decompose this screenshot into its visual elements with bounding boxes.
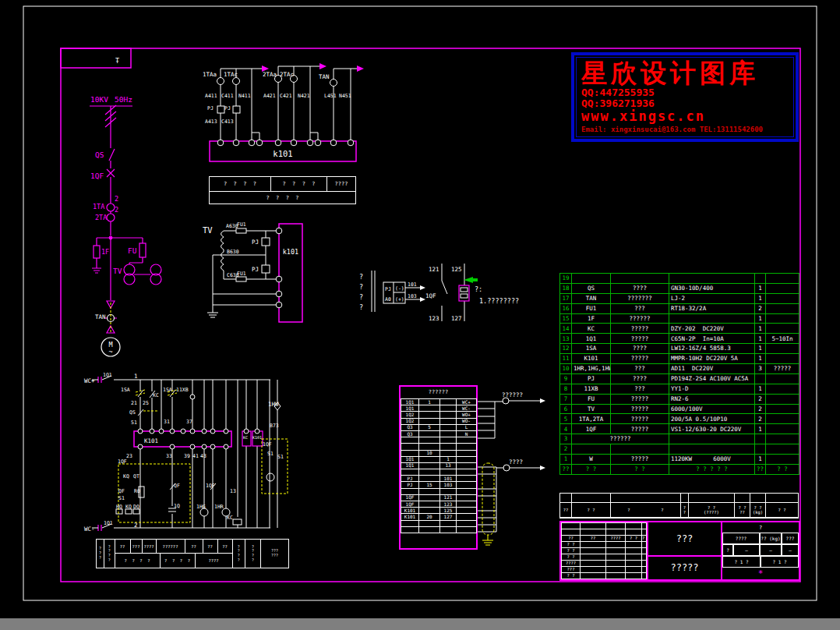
terminal-strip-grid: 1Q11WC+1Q1WC-1Q2WO+1Q2WO-Q35LQ3N101Q111Q… [401, 398, 477, 533]
tb-cell: ? [722, 544, 733, 556]
tb-left-cell [581, 529, 606, 536]
terminal-cell: WC- [457, 405, 477, 412]
tb-left-cell: ? ? [642, 536, 647, 542]
bom-cell [766, 414, 799, 424]
bom-cell [766, 354, 799, 364]
bom-row: 101HR,1HG,1HW???AD11 DC220V3????? [560, 364, 799, 374]
terminal-cell [457, 508, 477, 514]
terminal-row [401, 437, 477, 444]
tb-left-cell: ??? [562, 567, 581, 573]
bom-cell [766, 344, 799, 354]
terminal-cell [419, 405, 440, 412]
bl-cell: ??? ??? [261, 540, 288, 568]
terminal-cell [457, 469, 477, 476]
k101-label: k101 [273, 149, 292, 158]
bl-cell: ???? [143, 540, 157, 554]
terminal-cell [419, 418, 440, 424]
bom-cell: 15 [560, 313, 572, 324]
bom-cell: 6 [560, 404, 572, 414]
wc-plus: WC+ [84, 377, 95, 384]
qt-label: QT [133, 473, 139, 480]
tb-left-cell: ???? [606, 536, 626, 542]
bl-cell: ??? [131, 540, 143, 554]
watermark-title: 星欣设计图库 [581, 59, 789, 87]
pj2-label: PJ [224, 105, 231, 111]
tb-cell: ? 1 ? [722, 556, 761, 568]
bl-cell: ? ? ? ? [104, 540, 115, 568]
bom-cell [766, 283, 799, 293]
title-block: ????????? ?? ?? ?? ?? ????????? ? ??? ??… [559, 521, 800, 581]
bom-cell [755, 444, 766, 455]
bom-cell: C65N-2P In=10A [669, 334, 755, 344]
tb-left-cell [642, 561, 647, 567]
f1-label: 1F [101, 248, 109, 256]
bom-cell: 1HR,1HG,1HW [572, 364, 611, 374]
bom-cell: GN30-10D/400 [669, 283, 755, 293]
bom-cell: TV [572, 404, 611, 414]
terminal-cell [457, 488, 477, 494]
voltage-label: 10KV [90, 95, 108, 104]
bom-cell [766, 434, 799, 444]
terminal-cell: 15 [419, 482, 440, 488]
terminal-cell [440, 488, 457, 494]
bom-cell: 5~10In [766, 334, 799, 344]
bom-header-cell: ? ? ? ? ? [669, 464, 755, 474]
bom-cell: RN2-6 [669, 394, 755, 404]
tb-left-cell [606, 548, 626, 554]
freq-label: 50Hz [115, 95, 132, 104]
term-37: 37 [186, 419, 192, 425]
bom-cell: PJ [572, 373, 611, 384]
terminal-cell: 121 [440, 494, 457, 501]
bom-row: 811XB???YY1-D1 [560, 384, 799, 394]
terminal-cell: 1Q2 [401, 412, 419, 418]
strip-cell [689, 494, 735, 503]
ta2a-label: 2TAa [263, 71, 277, 78]
terminal-cell [419, 444, 440, 450]
tb-left-cell [581, 554, 606, 561]
b73-label: B73 [270, 423, 279, 429]
bom-cell: ???? [611, 283, 669, 293]
terminal-cell [401, 469, 419, 476]
bom-cell: W [572, 455, 611, 465]
terminal-cell: K101 [401, 514, 419, 520]
term-125: 125 [451, 266, 462, 273]
bom-cell: 1 [755, 334, 766, 344]
terminal-cell: 123 [440, 501, 457, 508]
bom-cell: LJ-2 [669, 293, 755, 303]
qf4-label: 1QF [263, 441, 272, 448]
bom-header-cell: ? ? [611, 464, 669, 474]
viewer-status-bar [0, 618, 840, 630]
bom-cell: 16 [560, 303, 572, 313]
term-21: 21 [131, 400, 137, 406]
terminal-cell [440, 399, 457, 405]
tb-left-cell [626, 567, 642, 573]
bom-cell: 11XB [572, 384, 611, 394]
ratio-label2: 2 [115, 206, 118, 214]
bom-cell [572, 274, 611, 284]
bom-cell: 1 [755, 283, 766, 293]
bom-cell [669, 313, 755, 324]
terminal-cell [457, 476, 477, 482]
bom-subheader-strip: ?? ? ? ? ? ? ? ? ? (????) ? ? ?? ? ? (kg… [559, 493, 799, 519]
cable2-label: ???? [509, 458, 523, 465]
tb-left-cell [626, 529, 642, 536]
bom-cell: 2 [755, 404, 766, 414]
fu1a-label: FU1 [237, 221, 246, 228]
kc2-label: KC [227, 515, 233, 521]
terminal-cell: 1QF [401, 501, 419, 508]
terminal-cell [419, 437, 440, 444]
watermark-email: Email: xingxinsucai@163.com TEL:13111542… [581, 126, 789, 134]
pj-box-label: PJ [385, 286, 391, 292]
tb-left-cell [581, 542, 606, 548]
fu-label: FU [128, 246, 137, 255]
terminal-row: 1QF123 [401, 501, 477, 508]
tb-left-cell [606, 561, 626, 567]
bom-cell: ??????? [611, 293, 669, 303]
kc-small-box: KC [243, 435, 248, 440]
strip-cell [681, 494, 689, 503]
bl-cell: ? ? ? [97, 540, 104, 568]
terminal-cell: 1Q1 [401, 462, 419, 469]
terminal-cell [457, 520, 477, 526]
tb-star: * [722, 568, 799, 579]
kc1-label: KC [153, 392, 159, 398]
